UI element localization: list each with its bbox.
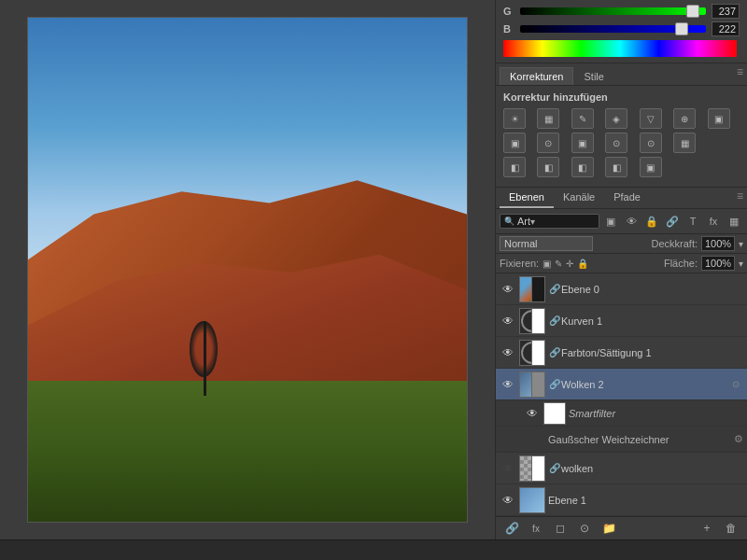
fill-label: Fläche:	[664, 258, 698, 269]
effects-icon[interactable]: fx	[704, 212, 723, 231]
link-kurven1[interactable]: 🔗	[548, 315, 561, 328]
layers-menu-btn[interactable]: ≡	[737, 189, 743, 203]
tab-ebenen[interactable]: Ebenen	[500, 188, 554, 208]
lock-move-icon[interactable]: ✛	[566, 259, 573, 269]
new-group-btn[interactable]: 📁	[599, 520, 619, 537]
link-farbton1[interactable]: 🔗	[548, 346, 561, 359]
corrections-icons-row2: ▣ ⊙ ▣ ⊙ ⊙ ▦	[503, 133, 740, 153]
delete-layer-btn[interactable]: 🗑	[721, 520, 741, 537]
link-layers-btn[interactable]: 🔗	[501, 520, 522, 537]
fill-arrow[interactable]: ▾	[739, 259, 743, 269]
layer-ebene0[interactable]: 👁 🔗 Ebene 0	[496, 273, 747, 305]
vibrance-icon-btn[interactable]: ▽	[640, 108, 662, 129]
eye-ebene0[interactable]: 👁	[500, 281, 516, 298]
g-slider-track[interactable]	[520, 7, 706, 15]
layer-wolken[interactable]: 👁 🔗 wolken	[496, 453, 747, 484]
colorlookup-icon-btn[interactable]: ⊙	[605, 133, 627, 153]
link-ebene0[interactable]: 🔗	[548, 283, 561, 296]
brightness-icon-btn[interactable]: ☀	[503, 108, 526, 129]
b-slider-handle[interactable]	[675, 22, 688, 35]
corrections-tab-bar: Korrekturen Stile ≡	[496, 63, 747, 86]
layer-wolken2[interactable]: 👁 🔗 Wolken 2 ⊙	[496, 369, 747, 400]
eye-kurven1[interactable]: 👁	[500, 313, 516, 329]
gaussfilter-row[interactable]: Gaußscher Weichzeichner ⚙	[496, 427, 747, 453]
name-wolken: wolken	[561, 463, 743, 474]
add-mask-btn[interactable]: ◻	[550, 520, 571, 537]
filter-icon[interactable]: ▦	[725, 212, 743, 231]
thumb-smartfilter	[543, 402, 566, 425]
right-panel: G B Korrekturen Stile ≡ Korrektu	[495, 0, 747, 539]
name-ebene1: Ebene 1	[548, 495, 743, 506]
solidcolor-icon-btn[interactable]: ▣	[640, 157, 662, 177]
gradientmap-icon-btn[interactable]: ◧	[537, 157, 559, 177]
threshold-icon-btn[interactable]: ◧	[503, 157, 526, 177]
layers-search-box[interactable]: 🔍 Art ▾	[500, 214, 599, 229]
lock-brush-icon[interactable]: ✎	[555, 259, 562, 269]
layer-ebene1[interactable]: 👁 Ebene 1	[496, 484, 747, 516]
selectivecolor-icon-btn[interactable]: ◧	[571, 157, 594, 177]
lock-transparent-icon[interactable]: ▣	[543, 259, 551, 269]
layer-kurven1[interactable]: 👁 🔗 Kurven 1	[496, 305, 747, 337]
levels-icon-btn[interactable]: ▦	[537, 108, 559, 129]
eye-smartfilter[interactable]: 👁	[524, 405, 541, 422]
posterize-icon-btn[interactable]: ▦	[673, 133, 696, 153]
ground-layer	[28, 381, 467, 522]
pattern-icon-btn[interactable]: ◧	[605, 157, 627, 177]
eye-wolken2[interactable]: 👁	[500, 376, 516, 393]
blend-mode-select[interactable]: Normal	[500, 236, 593, 251]
search-icon: 🔍	[504, 217, 514, 226]
new-group-icon[interactable]: ▣	[601, 212, 620, 231]
g-value-input[interactable]	[712, 4, 740, 19]
name-wolken2: Wolken 2	[561, 379, 728, 390]
b-slider-track[interactable]	[520, 25, 706, 33]
link-wolken[interactable]: 🔗	[548, 462, 561, 475]
visibility-icon[interactable]: 👁	[622, 212, 641, 231]
eye-ebene1[interactable]: 👁	[500, 492, 516, 509]
corrections-icons-row3: ◧ ◧ ◧ ◧ ▣	[503, 157, 740, 177]
invert-icon-btn[interactable]: ⊙	[640, 133, 662, 153]
curves-icon-btn[interactable]: ✎	[571, 108, 594, 129]
bw-icon-btn[interactable]: ▣	[503, 133, 526, 153]
layer-farbton1[interactable]: 👁 🔗 Farbton/Sättigung 1	[496, 337, 747, 369]
g-slider-handle[interactable]	[686, 5, 699, 18]
layers-list: 👁 🔗 Ebene 0 👁	[496, 273, 747, 516]
tab-kanaele[interactable]: Kanäle	[554, 188, 604, 208]
canvas-area	[0, 0, 495, 539]
color-spectrum[interactable]	[503, 40, 737, 57]
eye-farbton1[interactable]: 👁	[500, 344, 516, 361]
lock-icon[interactable]: 🔒	[642, 212, 661, 231]
lock-fill-row: Fixieren: ▣ ✎ ✛ 🔒 Fläche: ▾	[496, 254, 747, 273]
exposure-icon-btn[interactable]: ◈	[605, 108, 627, 129]
hue-sat-icon-btn[interactable]: ⊕	[673, 108, 696, 129]
lock-all-icon[interactable]: 🔒	[577, 259, 588, 269]
search-type-label: Art	[517, 216, 530, 227]
eye-wolken[interactable]: 👁	[500, 460, 516, 477]
new-layer-btn[interactable]: +	[697, 520, 717, 537]
opacity-input[interactable]	[701, 236, 735, 251]
photofilter-icon-btn[interactable]: ⊙	[537, 133, 559, 153]
opacity-arrow[interactable]: ▾	[739, 239, 743, 249]
gaussfilter-settings-icon[interactable]: ⚙	[734, 433, 743, 445]
tab-stile[interactable]: Stile	[573, 67, 613, 85]
text-icon[interactable]: T	[684, 212, 702, 231]
link-wolken2[interactable]: 🔗	[548, 378, 561, 391]
fill-input[interactable]	[701, 256, 735, 271]
corrections-title: Korrektur hinzufügen	[503, 91, 740, 103]
colorbalance-icon-btn[interactable]: ▣	[708, 108, 730, 129]
layers-toolbar: 🔍 Art ▾ ▣ 👁 🔒 🔗 T fx ▦	[496, 209, 747, 234]
search-dropdown-icon[interactable]: ▾	[530, 217, 535, 227]
gaussfilter-label: Gaußscher Weichzeichner	[548, 434, 669, 445]
status-bar	[0, 539, 747, 560]
fx-btn[interactable]: fx	[526, 520, 546, 537]
thumb-farbton1	[519, 340, 545, 366]
corrections-menu-btn[interactable]: ≡	[737, 65, 743, 78]
tab-korrekturen[interactable]: Korrekturen	[500, 67, 573, 85]
tab-pfade[interactable]: Pfade	[604, 188, 650, 208]
name-kurven1: Kurven 1	[561, 315, 743, 327]
link-chain-icon[interactable]: 🔗	[663, 212, 682, 231]
layers-bottom-toolbar: 🔗 fx ◻ ⊙ 📁 + 🗑	[496, 516, 747, 539]
new-fill-btn[interactable]: ⊙	[574, 520, 595, 537]
b-value-input[interactable]	[712, 21, 740, 36]
mask-wolken2	[531, 372, 544, 397]
channelmixer-icon-btn[interactable]: ▣	[571, 133, 594, 153]
